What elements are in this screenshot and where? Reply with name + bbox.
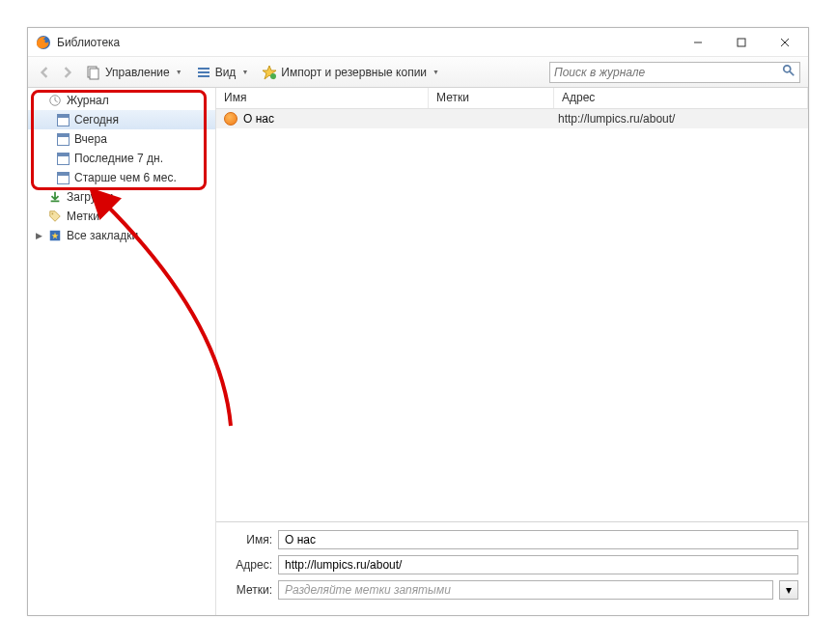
sidebar-item-all-bookmarks[interactable]: ▶ Все закладки [28,226,215,245]
history-label: Журнал [67,94,109,107]
col-tags[interactable]: Метки [429,88,554,108]
row-address: http://lumpics.ru/about/ [554,112,808,126]
downloads-label: Загрузки [67,190,113,204]
calendar-icon [55,112,70,127]
view-menu[interactable]: Вид▼ [192,63,253,82]
detail-tags-label: Метки: [226,583,272,597]
detail-address-label: Адрес: [226,558,272,572]
detail-address-input[interactable] [278,555,798,574]
tags-label: Метки [67,210,99,223]
close-button[interactable] [763,29,806,56]
last7-label: Последние 7 дн. [74,152,163,165]
maximize-button[interactable] [719,29,763,56]
sidebar-item-today[interactable]: Сегодня [28,110,215,129]
sidebar-item-older6m[interactable]: Старше чем 6 мес. [28,168,215,187]
forward-button[interactable] [59,64,76,81]
list-item[interactable]: О нас http://lumpics.ru/about/ [216,109,808,128]
today-label: Сегодня [74,113,119,126]
all-bookmarks-label: Все закладки [67,229,138,242]
older6m-label: Старше чем 6 мес. [74,171,177,184]
svg-rect-2 [738,39,745,46]
svg-point-18 [52,213,54,215]
back-button[interactable] [36,64,53,81]
details-panel: Имя: Адрес: Метки: ▾ [216,521,808,615]
manage-label: Управление [105,66,170,79]
svg-line-13 [790,71,794,75]
view-label: Вид [215,66,237,79]
body: Журнал Сегодня Вчера Последние 7 дн. Ста… [28,88,808,615]
sidebar-item-downloads[interactable]: Загрузки [28,187,215,207]
search-icon [782,64,795,80]
clock-icon [47,93,63,108]
manage-icon [86,65,101,80]
calendar-icon [55,151,70,166]
toolbar: Управление▼ Вид▼ Импорт и резервные копи… [28,57,808,88]
row-name: О нас [243,112,274,126]
detail-tags-input[interactable] [278,580,773,600]
yesterday-label: Вчера [74,132,107,146]
library-window: Библиотека Управление▼ Вид▼ Импорт и рез… [27,27,809,616]
detail-name-input[interactable] [278,530,798,549]
sidebar-item-yesterday[interactable]: Вчера [28,129,215,149]
search-box[interactable] [549,62,800,83]
import-label: Импорт и резервные копии [281,66,427,79]
minimize-button[interactable] [676,29,719,56]
manage-menu[interactable]: Управление▼ [82,63,186,82]
sidebar-item-history[interactable]: Журнал [28,91,215,110]
firefox-icon [36,35,51,50]
favicon-icon [224,112,237,126]
col-name[interactable]: Имя [216,88,429,108]
chevron-down-icon: ▾ [786,583,792,597]
column-header: Имя Метки Адрес [216,88,808,109]
sidebar-item-last7[interactable]: Последние 7 дн. [28,149,215,168]
view-icon [196,65,211,80]
sidebar: Журнал Сегодня Вчера Последние 7 дн. Ста… [28,88,216,615]
sidebar-item-tags[interactable]: Метки [28,207,215,226]
detail-name-label: Имя: [226,533,272,546]
history-list: О нас http://lumpics.ru/about/ [216,109,808,521]
tag-icon [47,209,63,224]
import-menu[interactable]: Импорт и резервные копии▼ [258,63,443,82]
col-address[interactable]: Адрес [554,88,808,108]
bookmarks-icon [47,228,63,243]
search-input[interactable] [554,66,782,79]
titlebar: Библиотека [28,28,808,57]
svg-point-12 [784,66,791,72]
main-panel: Имя Метки Адрес О нас http://lumpics.ru/… [216,88,808,615]
tags-dropdown-button[interactable]: ▾ [779,580,798,600]
window-title: Библиотека [57,36,676,49]
chevron-right-icon: ▶ [34,231,43,240]
calendar-icon [55,131,70,147]
svg-rect-6 [90,69,98,79]
import-icon [262,65,277,80]
svg-point-11 [270,73,276,79]
download-icon [47,189,63,205]
calendar-icon [55,170,70,185]
